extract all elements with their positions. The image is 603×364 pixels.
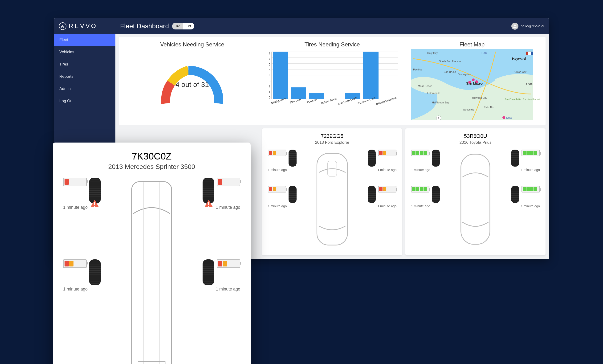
- tire-icon: [511, 186, 519, 203]
- tire-rear-left: 1 minute ago: [63, 259, 116, 292]
- brand-name: REVVO: [69, 22, 97, 30]
- tire-timestamp: 1 minute ago: [411, 168, 430, 172]
- battery-icon: [217, 259, 240, 268]
- vehicle-name: 2013 Ford Explorer: [268, 140, 397, 145]
- view-list-button[interactable]: List: [183, 23, 194, 29]
- tires-service-card: Tires Needing Service 876543210 Misalign…: [264, 41, 400, 121]
- tire-timestamp: 1 minute ago: [216, 205, 240, 210]
- sidebar-item-fleet[interactable]: Fleet: [54, 34, 116, 46]
- svg-rect-38: [208, 202, 209, 205]
- featured-vehicle-card[interactable]: 7K30C0Z 2013 Mercedes Sprinter 3500 1 mi…: [53, 142, 251, 364]
- battery-icon: [411, 150, 429, 156]
- user-email: hello@revvo.ai: [521, 24, 544, 28]
- tire-timestamp: 1 minute ago: [63, 287, 88, 292]
- vehicle-name: 2016 Toyota Prius: [411, 140, 540, 145]
- view-tile-button[interactable]: Tile: [172, 23, 183, 29]
- tire-front-right: 1 minute ago: [358, 150, 396, 172]
- svg-text:Woodside: Woodside: [463, 108, 474, 111]
- vehicle-card[interactable]: 53R6O0U 2016 Toyota Prius 1 minute ago 1…: [405, 129, 545, 255]
- battery-icon: [522, 186, 540, 192]
- fleet-map-card: Fleet Map Daly City South San Francisco: [404, 41, 540, 121]
- battery-icon: [378, 186, 396, 192]
- battery-icon: [63, 259, 87, 268]
- svg-rect-33: [94, 206, 95, 207]
- battery-icon: [63, 178, 87, 186]
- tire-timestamp: 1 minute ago: [521, 204, 540, 208]
- battery-icon: [268, 186, 286, 192]
- tire-rear-right: 1 minute ago: [502, 186, 540, 208]
- sidebar-item-admin[interactable]: Admin: [54, 83, 116, 95]
- svg-point-23: [502, 116, 505, 119]
- tire-icon: [368, 186, 376, 203]
- tire-rear-right: 1 minute ago: [187, 259, 240, 292]
- svg-text:Daly City: Daly City: [427, 52, 438, 54]
- sidebar-item-logout[interactable]: Log Out: [54, 95, 116, 107]
- svg-text:Redwood City: Redwood City: [471, 96, 487, 99]
- svg-text:San Bruno: San Bruno: [444, 70, 456, 73]
- warning-icon: [90, 199, 99, 208]
- tire-timestamp: 1 minute ago: [411, 204, 430, 208]
- svg-point-20: [468, 81, 471, 84]
- sidebar-item-reports[interactable]: Reports: [54, 70, 116, 83]
- svg-rect-32: [94, 202, 95, 205]
- vehicle-card[interactable]: 7239GG5 2013 Ford Explorer 1 minute ago …: [262, 129, 402, 255]
- svg-rect-26: [531, 52, 533, 55]
- svg-text:NUQ: NUQ: [506, 116, 512, 119]
- svg-text:Pacifica: Pacifica: [413, 68, 422, 71]
- tire-timestamp: 1 minute ago: [268, 204, 287, 208]
- tire-icon: [368, 150, 376, 166]
- sidebar-item-vehicles[interactable]: Vehicles: [54, 46, 116, 58]
- vehicles-service-title: Vehicles Needing Service: [124, 41, 261, 48]
- svg-point-21: [472, 78, 475, 81]
- battery-icon: [522, 150, 540, 156]
- fleet-map[interactable]: Daly City South San Francisco Pacifica S…: [404, 49, 540, 120]
- vehicle-outline-icon: [120, 178, 184, 364]
- tire-rear-left: 1 minute ago: [268, 186, 306, 208]
- featured-vehicle-name: 2013 Mercedes Sprinter 3500: [63, 163, 240, 171]
- tire-timestamp: 1 minute ago: [377, 204, 396, 208]
- tire-icon: [432, 150, 440, 166]
- user-menu[interactable]: hello@revvo.ai: [511, 23, 544, 30]
- sidebar-item-tires[interactable]: Tires: [54, 58, 116, 70]
- tire-icon: [289, 186, 297, 203]
- svg-text:El Granada: El Granada: [427, 92, 441, 94]
- tire-front-left: 1 minute ago: [411, 150, 449, 172]
- svg-text:Half Moon Bay: Half Moon Bay: [432, 101, 449, 104]
- svg-rect-31: [461, 154, 490, 244]
- tire-front-left: 1 minute ago: [268, 150, 306, 172]
- tire-icon: [203, 259, 214, 285]
- battery-icon: [378, 150, 396, 156]
- tire-timestamp: 1 minute ago: [377, 168, 396, 172]
- svg-rect-29: [317, 153, 348, 245]
- tire-timestamp: 1 minute ago: [63, 205, 88, 210]
- tire-front-right: 1 minute ago: [502, 150, 540, 172]
- topbar: REVVO Fleet Dashboard Tile List hello@re…: [54, 18, 549, 34]
- tires-service-title: Tires Needing Service: [264, 41, 400, 48]
- vehicles-service-card: Vehicles Needing Service 4 out of 31: [124, 41, 261, 121]
- tire-rear-right: 1 minute ago: [358, 186, 396, 208]
- tire-icon: [511, 150, 519, 166]
- avatar-icon: [511, 23, 518, 30]
- battery-icon: [217, 178, 240, 186]
- svg-rect-25: [526, 52, 528, 55]
- battery-icon: [411, 186, 429, 192]
- tire-front-right: 1 minute ago: [187, 178, 240, 210]
- tire-timestamp: 1 minute ago: [521, 168, 540, 172]
- tire-rear-left: 1 minute ago: [411, 186, 449, 208]
- svg-text:Hayward: Hayward: [512, 57, 526, 60]
- svg-rect-39: [208, 206, 209, 207]
- svg-text:Moss Beach: Moss Beach: [418, 85, 432, 87]
- featured-vehicle-plate: 7K30C0Z: [63, 151, 240, 162]
- fleet-map-title: Fleet Map: [404, 41, 540, 48]
- tire-front-left: 1 minute ago: [63, 178, 116, 210]
- gauge-value: 4 out of 31: [175, 81, 209, 89]
- brand-logo: REVVO: [59, 22, 120, 30]
- svg-text:Frem: Frem: [526, 82, 533, 85]
- tire-timestamp: 1 minute ago: [268, 168, 287, 172]
- vehicle-outline-icon: [452, 150, 499, 249]
- summary-cards: Vehicles Needing Service 4 out of 31 Tir…: [119, 37, 545, 125]
- svg-rect-34: [132, 182, 172, 364]
- svg-text:1: 1: [438, 117, 439, 119]
- svg-text:Don Edwards San Francisco Bay : Don Edwards San Francisco Bay National W…: [505, 98, 540, 100]
- vehicle-plate: 7239GG5: [268, 133, 397, 139]
